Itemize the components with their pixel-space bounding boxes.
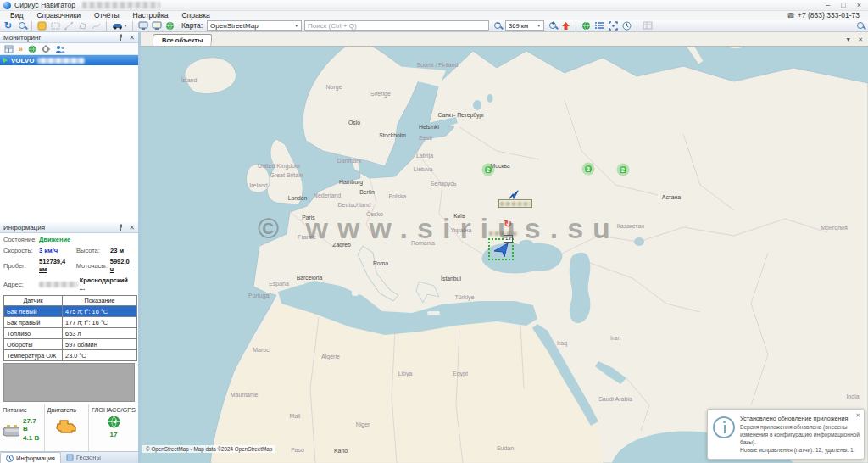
show-on-map-icon[interactable] <box>28 45 36 53</box>
sync-icon[interactable]: ↻ <box>3 20 14 31</box>
measure-icon[interactable] <box>64 20 75 31</box>
pin-icon[interactable] <box>118 224 124 231</box>
tab-close-icon[interactable]: ✕ <box>858 36 863 43</box>
gps-gauge: ГЛОНАСС/GPS 17 <box>89 404 138 451</box>
tab-geozones[interactable]: Геозоны <box>61 452 106 463</box>
home-view-icon[interactable] <box>560 20 571 31</box>
show-all-objects-icon[interactable] <box>581 20 592 31</box>
monitoring-list-area[interactable] <box>0 65 138 222</box>
zoom-out-icon[interactable]: − <box>492 20 503 31</box>
zoom-in-icon[interactable]: + <box>547 20 558 31</box>
sensor-cell: Бак левый <box>4 306 63 317</box>
vehicle-tool-icon[interactable]: ▼ <box>111 20 128 31</box>
sidebar: Мониторинг ✕ » VOLVO Информация ✕ <box>0 32 141 463</box>
close-button[interactable]: × <box>857 0 861 11</box>
reading-col-header[interactable]: Показание <box>63 296 137 306</box>
select-region-icon[interactable] <box>36 20 47 31</box>
group-objects-icon[interactable] <box>55 45 65 53</box>
titlebar-redacted-text <box>82 2 160 8</box>
report-table-icon[interactable] <box>642 20 653 31</box>
gps-label: ГЛОНАСС/GPS <box>92 406 136 414</box>
tab-information-label: Информация <box>16 455 55 462</box>
speed-value: 3 км/ч <box>39 247 71 254</box>
sensor-cell: 597 об/мин <box>63 339 137 350</box>
app-title: Сириус Навигатор <box>14 1 75 9</box>
map-cluster-marker[interactable]: 2 <box>617 164 630 176</box>
gear-icon[interactable] <box>42 45 50 53</box>
gps-globe-icon <box>108 416 120 428</box>
info-clock-icon <box>6 455 14 462</box>
tab-list-dropdown-icon[interactable]: ▼ <box>845 36 851 43</box>
add-window-icon[interactable] <box>4 45 14 53</box>
follow-object-icon[interactable]: » <box>19 45 23 53</box>
search-input[interactable] <box>304 20 489 31</box>
tab-information[interactable]: Информация <box>0 452 61 463</box>
toolbar-settings-icon[interactable] <box>854 20 865 31</box>
mileage-value[interactable]: 512739,4 км <box>39 258 71 273</box>
monitor-alt-icon[interactable] <box>151 20 162 31</box>
zoom-region-icon[interactable] <box>50 20 61 31</box>
vehicle-arrow-marker[interactable] <box>507 187 520 199</box>
map-provider-select[interactable]: OpenStreetMap ▼ <box>207 20 302 31</box>
search-tool-icon[interactable] <box>16 20 27 31</box>
pin-icon[interactable] <box>118 34 124 41</box>
maximize-button[interactable]: □ <box>841 0 845 11</box>
globe-tool-icon[interactable] <box>164 20 175 31</box>
map-scale-select[interactable]: 369 км ▼ <box>505 20 544 31</box>
map-tabstrip: Все объекты ▼ ✕ <box>141 32 868 47</box>
chevron-down-icon: ▼ <box>294 23 298 28</box>
sensor-cell: 23.0 °C <box>63 350 137 361</box>
sensor-row[interactable]: Топливо653 л <box>4 328 137 339</box>
vehicle-row[interactable]: VOLVO <box>0 55 138 65</box>
menu-reports[interactable]: Отчёты <box>87 11 126 20</box>
notification-close-icon[interactable]: ✕ <box>855 412 860 419</box>
map-markers-layer: ↻ 13 222 <box>141 32 868 463</box>
tab-geozones-label: Геозоны <box>76 454 101 461</box>
map-cluster-marker[interactable]: 2 <box>582 163 595 176</box>
engine-hours-value[interactable]: 5992,0 ч <box>110 258 135 273</box>
sensor-row[interactable]: Температура ОЖ23.0 °C <box>4 350 137 361</box>
update-notification: Установлено обновление приложения Версия… <box>707 409 865 460</box>
monitoring-close-icon[interactable]: ✕ <box>129 34 135 42</box>
gauges-panel: Питание 27.7 В 4.1 В Двигатель ГЛОНАСС/G… <box>0 404 138 451</box>
state-value: Движение <box>39 236 70 243</box>
menu-settings[interactable]: Настройка <box>126 11 175 20</box>
address-redacted <box>39 282 78 287</box>
info-close-icon[interactable]: ✕ <box>129 224 135 232</box>
map-attribution: © OpenStreetMap - Map data ©2024 OpenStr… <box>142 445 275 453</box>
sensor-row[interactable]: Бак левый475 л; t°: 16 °C <box>4 306 137 317</box>
sensor-row[interactable]: Обороты597 об/мин <box>4 339 137 350</box>
support-phone: ☎ +7 (863) 333-01-73 <box>787 11 865 20</box>
menu-help[interactable]: Справка <box>175 11 216 20</box>
map-provider-value: OpenStreetMap <box>210 22 258 30</box>
engine-icon <box>54 417 78 434</box>
engine-gauge: Двигатель <box>45 404 90 451</box>
app-icon <box>3 2 11 9</box>
vehicle-label-redacted[interactable] <box>498 199 532 208</box>
map-cluster-marker[interactable]: 2 <box>482 164 495 176</box>
mileage-label: Пробег: <box>3 262 39 270</box>
notification-body2: Новые исправления (патчи): 12, удалены: … <box>740 447 860 455</box>
info-icon <box>713 416 735 438</box>
minimize-button[interactable]: – <box>826 0 830 11</box>
sensor-cell: Топливо <box>4 328 63 339</box>
monitor-icon[interactable] <box>137 20 148 31</box>
tab-all-objects[interactable]: Все объекты <box>153 34 213 46</box>
vehicle-name: VOLVO <box>11 57 34 64</box>
monitoring-title: Мониторинг <box>3 34 41 42</box>
polygon-icon[interactable] <box>77 20 88 31</box>
history-clock-icon[interactable] <box>621 20 632 31</box>
fit-bounds-icon[interactable] <box>608 20 619 31</box>
geozone-icon <box>66 454 74 461</box>
route-icon[interactable] <box>91 20 102 31</box>
titlebar: Сириус Навигатор – □ × <box>0 0 868 11</box>
monitoring-panel-header: Мониторинг ✕ <box>0 32 138 43</box>
menu-view[interactable]: Вид <box>3 11 30 20</box>
object-list-icon[interactable] <box>594 20 605 31</box>
altitude-value: 23 м <box>110 247 124 254</box>
sensor-row[interactable]: Бак правый177 л; t°: 16 °C <box>4 317 137 328</box>
sensor-col-header[interactable]: Датчик <box>4 296 63 306</box>
map-area[interactable]: ÍslandSuomi / FinlandSverigeNorgeOsloSto… <box>141 32 868 463</box>
menu-directories[interactable]: Справочники <box>30 11 87 20</box>
engine-hours-label: Моточасы: <box>76 262 110 270</box>
